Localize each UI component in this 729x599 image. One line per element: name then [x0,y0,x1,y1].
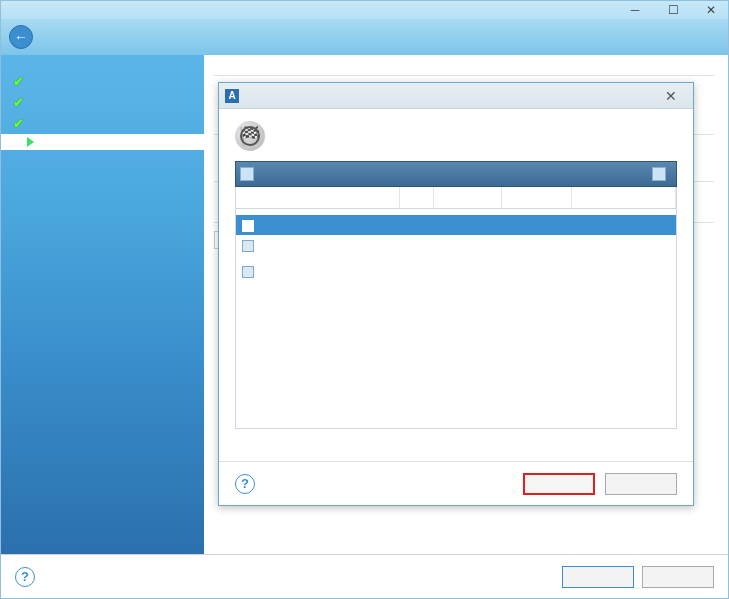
col-type[interactable] [572,187,676,208]
disk-properties-icon [240,167,254,181]
dialog-help-icon[interactable]: ? [235,474,255,494]
partition-icon [242,240,254,252]
cell-flags [400,222,434,228]
checkmark-icon: ✔ [13,116,24,131]
cell-capacity [434,242,502,248]
partition-table [235,187,677,429]
cell-type [572,222,676,228]
cell-type [572,242,676,248]
dialog-header: 🏁 [219,109,693,161]
cell-flags [400,268,434,274]
dialog-titlebar[interactable]: A ✕ [219,83,693,109]
maximize-button[interactable]: ☐ [660,3,686,17]
app-icon: A [225,89,239,103]
cell-type [572,268,676,274]
cell-capacity [434,268,502,274]
arrow-icon [27,137,34,147]
col-capacity[interactable] [434,187,502,208]
cancel-button-dialog[interactable] [605,473,677,495]
table-header [236,187,676,209]
back-icon[interactable]: ← [9,25,33,49]
table-row-unallocated[interactable] [236,215,676,235]
cancel-button-wizard[interactable] [642,566,714,588]
sidebar-item-settings-partition-e[interactable] [1,134,204,150]
cell-free [502,242,572,248]
sidebar-item-archive-selection[interactable]: ✔ [1,71,204,92]
accept-button[interactable] [523,473,595,495]
dialog-content [219,161,693,461]
sidebar-item-recovery-method[interactable]: ✔ [1,92,204,113]
dialog-footer: ? [219,461,693,505]
flag-icon: 🏁 [235,121,265,151]
next-button[interactable] [562,566,634,588]
cell-free [502,268,572,274]
checkmark-icon: ✔ [13,95,24,110]
sidebar-item-finish[interactable] [1,156,204,162]
close-button[interactable]: ✕ [698,3,724,17]
sidebar-item-what-to-recover[interactable]: ✔ [1,113,204,134]
wizard-footer: ? [1,554,728,598]
partition-icon [242,266,254,278]
table-row-fat32-g[interactable] [236,261,676,281]
dialog-toolbar [235,161,677,187]
checkmark-icon: ✔ [13,74,24,89]
dialog-buttons [523,473,677,495]
cell-free [502,222,572,228]
help-icon[interactable]: ? [15,567,35,587]
table-row-ntfs-d[interactable] [236,235,676,255]
wizard-buttons [562,566,714,588]
col-flags[interactable] [400,187,434,208]
cell-flags [400,242,434,248]
wizard-header: ← [1,19,728,55]
sidebar: ✔ ✔ ✔ [1,55,204,554]
cell-capacity [434,222,502,228]
partition-icon [242,220,254,232]
outer-window-controls: ─ ☐ ✕ [1,1,728,19]
choose-columns-icon [652,167,666,181]
dialog-close-icon[interactable]: ✕ [655,86,687,106]
col-partition[interactable] [236,187,400,208]
col-free-space[interactable] [502,187,572,208]
partition-destination-dialog: A ✕ 🏁 [218,82,694,506]
minimize-button[interactable]: ─ [622,3,648,17]
sidebar-heading [1,61,204,71]
